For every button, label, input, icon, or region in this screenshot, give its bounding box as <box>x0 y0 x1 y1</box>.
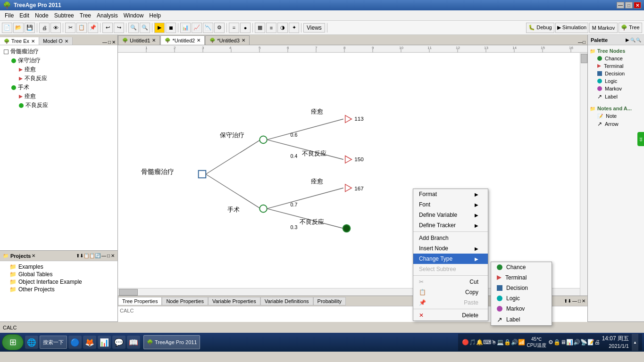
minimize-btn[interactable]: — <box>617 2 624 8</box>
projects-max[interactable]: □ <box>107 253 110 258</box>
tab-variable-properties[interactable]: Variable Properties <box>208 297 260 305</box>
palette-notes-header[interactable]: 📁 Notes and A... <box>590 105 642 112</box>
tab-untitled1-close[interactable]: ✕ <box>152 38 156 43</box>
cm-copy[interactable]: 📋 Copy <box>413 287 488 297</box>
palette-logic[interactable]: Logic <box>590 77 642 85</box>
simulation-btn[interactable]: ▶ Simulation <box>555 23 588 33</box>
explorer-min-btn[interactable]: — <box>102 40 107 45</box>
menu-window[interactable]: Window <box>121 11 147 20</box>
tree-node-heal1[interactable]: 痊愈 <box>2 65 116 74</box>
tree-explorer-tab[interactable]: 🌳 Tree Ex ✕ <box>0 37 39 45</box>
tab-untitled3[interactable]: 🌳 *Untitled3 ✕ <box>205 35 250 45</box>
undo-btn[interactable]: ↩ <box>102 23 113 33</box>
tree-node-root[interactable]: 骨髓瘤治疗 <box>2 47 116 56</box>
chart3-btn[interactable]: 📉 <box>203 23 213 33</box>
sm-chance[interactable]: Chance <box>491 262 552 272</box>
tray-extra-icon[interactable]: ▲ <box>633 340 637 345</box>
cm-delete[interactable]: ✕ Delete <box>413 310 488 321</box>
dot-btn[interactable]: ● <box>240 23 251 33</box>
tab-untitled1[interactable]: 🌳 Untitled1 ✕ <box>118 35 160 45</box>
palette-zoom-out[interactable]: 🔍 <box>636 38 641 42</box>
projects-close[interactable]: ✕ <box>32 253 35 258</box>
cm-change-type[interactable]: Change Type ▶ <box>413 254 488 264</box>
zoom-in-btn[interactable]: 🔍 <box>128 23 139 33</box>
project-object[interactable]: 📁 Object Interface Example <box>2 278 116 286</box>
project-global[interactable]: 📁 Global Tables <box>2 271 116 278</box>
debug-btn[interactable]: 🐛 Debug <box>526 23 554 33</box>
tree-node-surgery[interactable]: 手术 <box>2 83 116 92</box>
tab-tree-properties[interactable]: Tree Properties <box>118 297 162 305</box>
start-button[interactable]: ⊞ <box>2 334 24 350</box>
cm-select-subtree[interactable]: Select Subtree <box>413 264 488 274</box>
palette-tree-nodes-header[interactable]: 📁 Tree Nodes <box>590 47 642 55</box>
sm-decision[interactable]: Decision <box>491 283 552 293</box>
menu-node[interactable]: Node <box>32 11 51 20</box>
cm-define-variable[interactable]: Define Variable ▶ <box>413 210 488 220</box>
equal-btn[interactable]: = <box>229 23 239 33</box>
expand-palette-btn[interactable]: 39 <box>637 132 644 146</box>
palette-expand-btn[interactable]: ▶ <box>626 37 629 42</box>
quicklaunch-app3[interactable]: 💬 <box>112 336 125 349</box>
bottom-panel-min[interactable]: — <box>572 298 577 304</box>
project-other[interactable]: 📁 Other Projects <box>2 286 116 293</box>
tree-explorer-close[interactable]: ✕ <box>31 39 35 44</box>
palette-note[interactable]: 📝 Note <box>590 112 642 120</box>
cm-define-tracker[interactable]: Define Tracker ▶ <box>413 220 488 230</box>
open-btn[interactable]: 📂 <box>13 23 24 33</box>
project-examples[interactable]: 📁 Examples <box>2 263 116 271</box>
editor-min-btn[interactable]: — <box>578 40 583 45</box>
tab-probability[interactable]: Probability <box>313 297 346 305</box>
print-btn[interactable]: 🖨 <box>39 23 50 33</box>
bottom-panel-max[interactable]: □ <box>578 298 581 304</box>
scatter-btn[interactable]: ✦ <box>289 23 299 33</box>
model-tab-close[interactable]: ✕ <box>65 39 68 44</box>
chart1-btn[interactable]: 📊 <box>180 23 191 33</box>
palette-decision[interactable]: Decision <box>590 70 642 77</box>
menu-tree[interactable]: Tree <box>77 11 94 20</box>
tab-untitled3-close[interactable]: ✕ <box>242 38 245 43</box>
pie-chart-btn[interactable]: ◑ <box>277 23 288 33</box>
menu-analysis[interactable]: Analysis <box>94 11 121 20</box>
quicklaunch-app4[interactable]: 📖 <box>127 336 140 349</box>
new-btn[interactable]: 📄 <box>2 23 12 33</box>
bar-chart-btn[interactable]: ▦ <box>255 23 265 33</box>
table-btn[interactable]: ≡ <box>266 23 276 33</box>
palette-markov[interactable]: Markov <box>590 85 642 92</box>
taskbar-treeage[interactable]: 🌳 TreeAge Pro 2011 <box>143 335 200 349</box>
tab-variable-definitions[interactable]: Variable Definitions <box>260 297 313 305</box>
cm-format[interactable]: Format ▶ <box>413 189 488 199</box>
views-dropdown[interactable]: Views <box>303 23 325 33</box>
quicklaunch-app2[interactable]: 📊 <box>98 336 111 349</box>
cm-paste[interactable]: 📌 Paste <box>413 297 488 308</box>
bottom-panel-x[interactable]: ✕ <box>582 298 585 304</box>
clock-display[interactable]: 14:07 周五 2021/1/1 <box>602 335 629 350</box>
chart2-btn[interactable]: 📈 <box>192 23 202 33</box>
copy-btn[interactable]: 📋 <box>76 23 87 33</box>
cm-font[interactable]: Font ▶ <box>413 199 488 210</box>
tab-untitled2-close[interactable]: ✕ <box>197 38 201 43</box>
menu-edit[interactable]: Edit <box>17 11 32 20</box>
sm-terminal[interactable]: Terminal <box>491 272 552 283</box>
menu-help[interactable]: Help <box>146 11 164 20</box>
close-btn[interactable]: ✕ <box>634 2 641 8</box>
paste-btn[interactable]: 📌 <box>88 23 98 33</box>
palette-arrow[interactable]: ↗ Arrow <box>590 120 642 128</box>
tree-btn[interactable]: 🌳 Tree <box>619 23 642 33</box>
tab-untitled2[interactable]: 🌳 *Untitled2 ✕ <box>160 35 205 45</box>
cm-cut[interactable]: ✂ Cut <box>413 277 488 287</box>
sm-markov[interactable]: Markov <box>491 304 552 314</box>
tree-node-conservative[interactable]: 保守治疗 <box>2 56 116 65</box>
palette-label[interactable]: ↗ Label <box>590 92 642 101</box>
sm-logic[interactable]: Logic <box>491 293 552 304</box>
tree-node-adverse2[interactable]: 不良反应 <box>2 101 116 110</box>
palette-zoom-in[interactable]: 🔍 <box>630 38 636 42</box>
palette-terminal[interactable]: Terminal <box>590 62 642 70</box>
maximize-btn[interactable]: □ <box>625 2 633 8</box>
preview-btn[interactable]: 👁 <box>50 23 61 33</box>
tree-node-heal2[interactable]: 痊愈 <box>2 92 116 101</box>
tab-node-properties[interactable]: Node Properties <box>162 297 208 305</box>
tree-node-adverse1[interactable]: 不良反应 <box>2 74 116 83</box>
cut-btn[interactable]: ✂ <box>65 23 75 33</box>
save-btn[interactable]: 💾 <box>25 23 35 33</box>
stop-btn[interactable]: ⏹ <box>166 23 176 33</box>
